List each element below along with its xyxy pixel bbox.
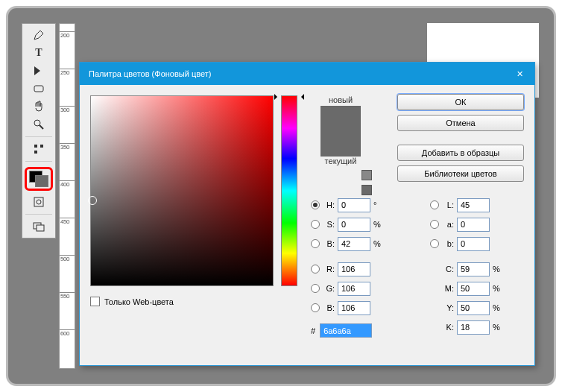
ok-button[interactable]: ОК [397,94,524,110]
svg-line-2 [40,125,43,129]
m-input[interactable] [457,282,490,296]
pen-tool[interactable] [25,27,52,43]
color-preview: новый текущий [308,95,373,198]
color-cursor-icon [88,196,97,205]
cube-icon[interactable] [361,170,372,180]
webonly-checkbox[interactable] [90,297,100,306]
y-input[interactable] [457,301,490,315]
h-input[interactable] [338,198,370,212]
lab-b-radio[interactable] [430,239,439,248]
color-field[interactable] [90,95,274,286]
dialog-title: Палитра цветов (Фоновый цвет) [89,69,505,78]
hand-tool[interactable] [25,98,52,115]
s-input[interactable] [338,218,370,232]
color-picker-dialog: Палитра цветов (Фоновый цвет) ✕ новый те… [79,62,535,366]
current-color-swatch[interactable] [321,131,360,156]
s-radio[interactable] [311,220,320,229]
hue-slider[interactable] [281,95,297,286]
vertical-ruler: 200 250 300 350 400 450 500 550 600 [59,23,75,369]
b-radio[interactable] [311,239,320,248]
svg-rect-3 [34,145,37,148]
webonly-label: Только Web-цвета [104,297,174,306]
new-color-swatch[interactable] [321,107,360,131]
k-input[interactable] [457,320,490,335]
preview-box [321,106,361,157]
svg-point-1 [34,120,40,126]
cancel-button[interactable]: Отмена [397,115,524,131]
l-radio[interactable] [430,200,439,209]
close-icon: ✕ [517,69,523,79]
color-inputs: H:° L: S:% a: B:% b: R: C:% G: M:% [311,195,524,337]
current-label: текущий [308,157,373,165]
r-radio[interactable] [311,265,320,274]
g-radio[interactable] [311,284,320,293]
shape-tool[interactable] [25,80,52,97]
add-swatch-button[interactable]: Добавить в образцы [397,145,524,161]
l-input[interactable] [457,198,490,212]
svg-rect-9 [37,225,44,231]
tools-panel: T [22,23,56,238]
path-tool[interactable] [25,63,52,79]
screenmode-tool[interactable] [25,218,52,235]
hex-input[interactable] [320,323,372,338]
lab-b-input[interactable] [457,237,490,251]
svg-point-7 [37,200,41,204]
hue-indicator-icon [277,94,301,98]
c-input[interactable] [457,262,490,276]
color-swatch-tool[interactable] [25,167,53,191]
background-color[interactable] [35,175,48,187]
rgb-b-input[interactable] [338,301,370,315]
hex-label: # [311,326,315,335]
edit-toolbar-icon[interactable] [25,141,52,157]
nearest-color-icon[interactable] [361,185,372,195]
svg-rect-4 [40,145,43,148]
h-radio[interactable] [311,200,320,209]
rgb-b-radio[interactable] [311,303,320,312]
svg-rect-6 [34,197,43,206]
type-tool[interactable]: T [25,45,52,61]
a-input[interactable] [457,218,490,232]
svg-rect-0 [34,86,43,92]
svg-rect-5 [34,151,37,154]
close-button[interactable]: ✕ [505,63,534,85]
b-input[interactable] [338,237,370,251]
g-input[interactable] [338,282,370,296]
dialog-titlebar[interactable]: Палитра цветов (Фоновый цвет) ✕ [80,63,534,85]
color-libs-button[interactable]: Библиотеки цветов [397,165,524,182]
new-label: новый [308,95,373,104]
r-input[interactable] [338,262,370,276]
a-radio[interactable] [430,220,439,229]
quickmask-tool[interactable] [25,194,52,210]
zoom-tool[interactable] [25,116,52,133]
